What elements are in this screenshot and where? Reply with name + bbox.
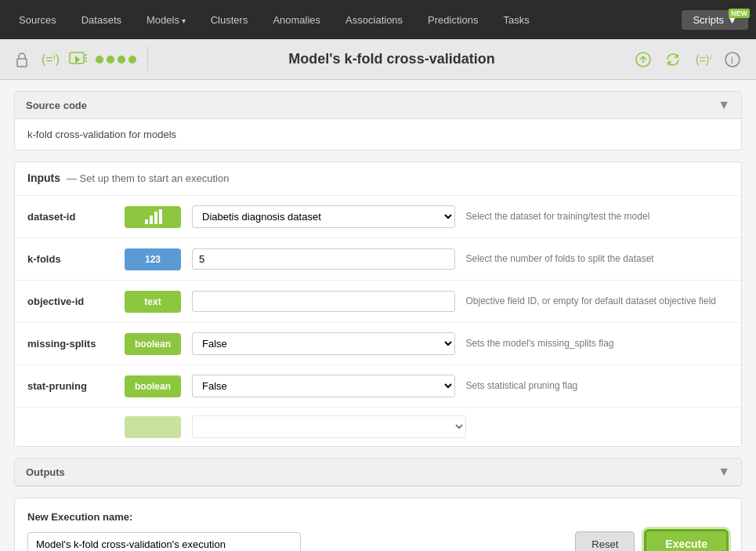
nav-sources[interactable]: Sources: [8, 9, 67, 31]
k-folds-label: k-folds: [27, 253, 114, 265]
inputs-section: Inputs — Set up them to start an executi…: [14, 161, 742, 447]
dot-1: [96, 56, 103, 63]
nav-predictions[interactable]: Predictions: [417, 9, 489, 31]
source-code-header: Source code ▼: [15, 92, 741, 119]
toolbar: (=ⁱ) Model's k-fold cross-validation (=)…: [0, 39, 756, 80]
k-folds-input[interactable]: [192, 248, 455, 270]
k-folds-control[interactable]: [192, 248, 455, 270]
source-code-collapse-icon[interactable]: ▼: [718, 98, 730, 112]
execution-label: New Execution name:: [27, 511, 729, 523]
objective-id-description: Objective field ID, or empty for default…: [466, 295, 729, 308]
svg-rect-0: [17, 59, 27, 67]
missing-splits-select[interactable]: False True: [192, 332, 455, 355]
nav-tasks[interactable]: Tasks: [492, 9, 540, 31]
run-icon[interactable]: (=)ⁱ: [690, 47, 715, 72]
k-folds-badge-text: 123: [145, 254, 161, 265]
missing-splits-control[interactable]: False True: [192, 332, 455, 355]
objective-id-badge-text: text: [144, 296, 161, 307]
stat-pruning-badge: boolean: [125, 375, 181, 397]
info-icon[interactable]: i: [720, 47, 745, 72]
source-code-text: k-fold cross-validation for models: [27, 129, 176, 140]
dot-2: [107, 56, 114, 63]
objective-id-input[interactable]: [192, 291, 455, 312]
dot-3: [118, 56, 125, 63]
execution-icon[interactable]: [67, 49, 89, 71]
dataset-id-description: Select the dataset for training/test the…: [466, 210, 729, 223]
missing-splits-description: Sets the model's missing_splits flag: [466, 337, 729, 350]
dataset-id-control[interactable]: Diabetis diagnosis dataset: [192, 205, 455, 228]
source-code-section: Source code ▼ k-fold cross-validation fo…: [14, 91, 742, 150]
input-row-stat-pruning: stat-pruning boolean False True Sets sta…: [15, 364, 741, 407]
refresh-icon[interactable]: [660, 47, 685, 72]
top-navigation: Sources Datasets Models Clusters Anomali…: [0, 0, 756, 39]
dataset-id-label: dataset-id: [27, 211, 114, 223]
objective-id-control[interactable]: [192, 291, 455, 312]
execution-area: New Execution name: Reset Execute: [14, 498, 742, 551]
main-content: Source code ▼ k-fold cross-validation fo…: [0, 80, 756, 551]
missing-splits-badge: boolean: [125, 333, 181, 355]
partial-control[interactable]: [192, 415, 466, 438]
dataset-id-select[interactable]: Diabetis diagnosis dataset: [192, 205, 455, 228]
svg-text:(=)ⁱ: (=)ⁱ: [696, 53, 711, 66]
outputs-collapse-icon[interactable]: ▼: [718, 465, 730, 479]
missing-splits-badge-text: boolean: [135, 339, 171, 350]
input-row-objective-id: objective-id text Objective field ID, or…: [15, 280, 741, 322]
lock-icon[interactable]: [11, 49, 33, 71]
reset-button[interactable]: Reset: [575, 531, 635, 552]
stat-pruning-label: stat-pruning: [27, 380, 114, 392]
svg-rect-10: [145, 219, 148, 224]
k-folds-badge: 123: [125, 248, 181, 270]
outputs-section: Outputs ▼: [14, 458, 742, 487]
partial-input-row: [15, 407, 741, 446]
nav-anomalies[interactable]: Anomalies: [262, 9, 331, 31]
inputs-title: Inputs: [27, 172, 60, 184]
svg-text:i: i: [731, 54, 733, 66]
execute-button[interactable]: Execute: [644, 529, 729, 551]
scripts-button[interactable]: Scripts ▼ NEW: [682, 10, 748, 30]
new-badge: NEW: [729, 9, 750, 18]
nav-associations[interactable]: Associations: [335, 9, 414, 31]
svg-rect-12: [154, 212, 157, 224]
input-row-k-folds: k-folds 123 Select the number of folds t…: [15, 237, 741, 280]
stat-pruning-description: Sets statistical pruning flag: [466, 379, 729, 393]
stat-pruning-badge-text: boolean: [135, 381, 171, 392]
inputs-subtitle: — Set up them to start an execution: [67, 172, 229, 184]
input-row-dataset-id: dataset-id Diabetis diagnosis dataset Se…: [15, 195, 741, 237]
input-row-missing-splits: missing-splits boolean False True Sets t…: [15, 322, 741, 364]
page-title: Model's k-fold cross-validation: [159, 51, 624, 67]
stat-pruning-select[interactable]: False True: [192, 375, 455, 397]
svg-text:(=ⁱ): (=ⁱ): [42, 53, 59, 66]
dataset-id-badge: [125, 206, 181, 228]
upload-icon[interactable]: [631, 47, 656, 72]
dot-4: [128, 56, 136, 63]
objective-id-badge: text: [125, 291, 181, 313]
partial-select[interactable]: [192, 415, 466, 438]
source-code-body: k-fold cross-validation for models: [15, 119, 741, 150]
nav-clusters[interactable]: Clusters: [200, 9, 259, 31]
execution-bottom: Reset Execute: [27, 529, 729, 551]
status-dots: [96, 56, 136, 63]
missing-splits-label: missing-splits: [27, 338, 114, 350]
nav-models[interactable]: Models: [136, 9, 197, 31]
execution-name-input[interactable]: [27, 532, 301, 552]
svg-rect-11: [150, 216, 153, 224]
toolbar-actions: (=)ⁱ i: [631, 47, 745, 72]
k-folds-description: Select the number of folds to split the …: [466, 252, 729, 266]
outputs-title: Outputs: [26, 466, 65, 478]
objective-id-label: objective-id: [27, 295, 114, 307]
outputs-header: Outputs ▼: [15, 459, 741, 486]
svg-rect-13: [159, 209, 162, 224]
inputs-header: Inputs — Set up them to start an executi…: [27, 172, 729, 184]
scripts-label: Scripts: [693, 14, 724, 26]
partial-badge: [125, 416, 181, 438]
stat-pruning-control[interactable]: False True: [192, 375, 455, 397]
nav-datasets[interactable]: Datasets: [71, 9, 132, 31]
code-icon[interactable]: (=ⁱ): [39, 49, 61, 71]
source-code-title: Source code: [26, 100, 87, 111]
